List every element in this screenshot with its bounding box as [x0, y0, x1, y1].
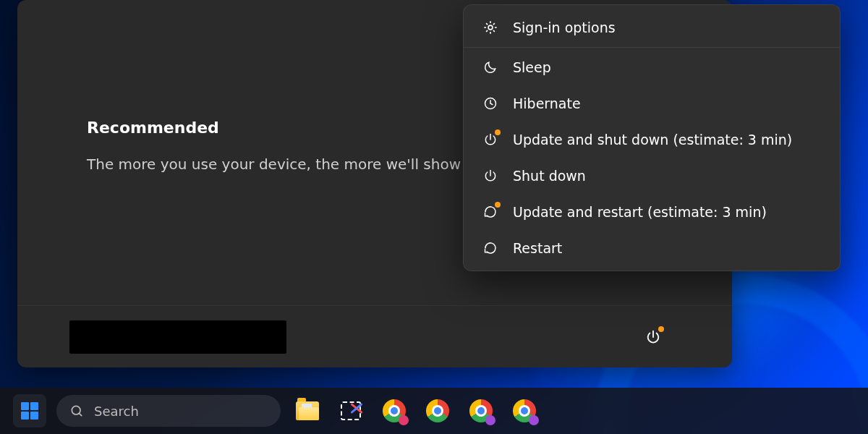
power-icon: [482, 132, 498, 148]
chrome-icon: [513, 399, 536, 422]
taskbar-search[interactable]: Search: [56, 395, 281, 427]
profile-badge-icon: [529, 415, 539, 425]
start-button[interactable]: [13, 394, 46, 427]
menu-item-signin-options[interactable]: Sign-in options: [464, 9, 840, 46]
update-badge-dot: [658, 326, 664, 332]
taskbar: Search: [0, 388, 868, 434]
menu-item-label: Hibernate: [513, 95, 581, 111]
power-button[interactable]: [639, 323, 667, 351]
menu-item-update-shutdown[interactable]: Update and shut down (estimate: 3 min): [464, 122, 840, 158]
taskbar-app-chrome-1[interactable]: [378, 394, 411, 427]
menu-item-label: Update and restart (estimate: 3 min): [513, 204, 767, 220]
chrome-icon: [426, 399, 449, 422]
menu-item-update-restart[interactable]: Update and restart (estimate: 3 min): [464, 194, 840, 230]
menu-item-label: Shut down: [513, 168, 586, 184]
menu-separator: [464, 47, 840, 48]
taskbar-app-chrome-2[interactable]: [421, 394, 454, 427]
profile-badge-icon: [485, 415, 495, 425]
menu-item-shutdown[interactable]: Shut down: [464, 158, 840, 194]
power-menu: Sign-in options Sleep Hibernate Update a…: [463, 4, 841, 271]
menu-item-sleep[interactable]: Sleep: [464, 49, 840, 85]
search-placeholder: Search: [94, 404, 139, 419]
moon-icon: [482, 59, 498, 75]
menu-item-label: Update and shut down (estimate: 3 min): [513, 132, 792, 148]
update-badge-dot: [495, 129, 501, 135]
profile-badge-icon: [399, 415, 409, 425]
taskbar-app-chrome-4[interactable]: [508, 394, 541, 427]
power-icon: [482, 168, 498, 184]
user-account-button[interactable]: [69, 320, 286, 354]
restart-icon: [482, 240, 498, 256]
taskbar-app-snipping-tool[interactable]: [334, 394, 367, 427]
gear-icon: [482, 20, 498, 35]
search-icon: [69, 404, 84, 418]
svg-point-0: [488, 25, 493, 30]
menu-item-label: Restart: [513, 240, 562, 256]
file-explorer-icon: [296, 401, 319, 420]
windows-logo-icon: [21, 402, 38, 420]
start-menu-footer: [17, 305, 732, 367]
menu-item-label: Sleep: [513, 59, 551, 75]
chrome-icon: [383, 399, 406, 422]
menu-item-label: Sign-in options: [513, 20, 616, 35]
restart-icon: [482, 204, 498, 220]
snipping-tool-icon: [339, 400, 362, 422]
clock-icon: [482, 95, 498, 111]
chrome-icon: [469, 399, 493, 422]
taskbar-app-chrome-3[interactable]: [464, 394, 498, 427]
menu-item-hibernate[interactable]: Hibernate: [464, 85, 840, 122]
menu-item-restart[interactable]: Restart: [464, 230, 840, 266]
update-badge-dot: [495, 202, 501, 208]
taskbar-app-file-explorer[interactable]: [291, 394, 324, 427]
